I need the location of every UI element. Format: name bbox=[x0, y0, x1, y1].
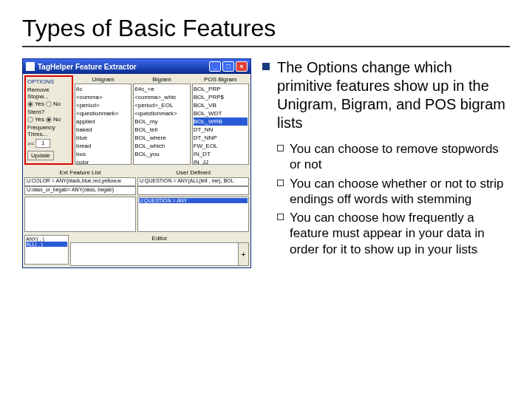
app-window: TagHelper Feature Extractor _ □ × OPTION… bbox=[22, 58, 251, 268]
any-all-box[interactable]: ANY( , ) ALL( , ) bbox=[24, 235, 69, 265]
list-item[interactable]: baked bbox=[76, 126, 130, 134]
freq-op: >= bbox=[27, 140, 34, 147]
editor-label: Editor bbox=[70, 235, 249, 242]
list-item[interactable]: <period>_EOL bbox=[134, 101, 188, 109]
ext-feature-label: Ext Feature List bbox=[24, 169, 136, 176]
all-item[interactable]: ALL( , ) bbox=[26, 242, 67, 247]
plus-button[interactable]: + bbox=[238, 243, 248, 265]
yes-label: Yes bbox=[35, 100, 44, 107]
list-item[interactable]: BOL_WDT bbox=[194, 109, 248, 117]
list-item[interactable]: applied bbox=[76, 117, 130, 126]
update-button[interactable]: Update bbox=[27, 151, 54, 160]
list-item[interactable]: 6c bbox=[76, 85, 130, 93]
stem-no-radio[interactable] bbox=[46, 117, 52, 123]
any-item[interactable]: ANY( , ) bbox=[26, 236, 67, 242]
ext-left-box[interactable] bbox=[24, 197, 136, 232]
ext-right1: U:QUESTION = ANY(ALL(tell , me), BOL bbox=[137, 177, 249, 186]
unigram-list[interactable]: 6c<comma><period><questionmark>appliedba… bbox=[75, 83, 132, 165]
list-item[interactable]: bus bbox=[76, 150, 130, 158]
list-item[interactable]: BOL_PRP bbox=[194, 85, 248, 93]
user-defined-label: User Defined bbox=[137, 169, 249, 176]
list-item[interactable]: DT_NN bbox=[194, 126, 248, 134]
list-item[interactable]: BOL_my bbox=[134, 117, 188, 126]
freq-input[interactable]: 1 bbox=[35, 139, 50, 148]
sub-bullet-icon bbox=[277, 145, 284, 151]
list-item[interactable]: FW_EOL bbox=[194, 142, 248, 150]
main-bullet-text: The Options change which primitive featu… bbox=[277, 58, 510, 132]
list-item[interactable]: BOL_VB bbox=[194, 101, 248, 109]
sub-bullet-text: You can choose whether or not to strip e… bbox=[290, 176, 510, 208]
ext-right-box[interactable]: U:QUESTION = ANY bbox=[137, 197, 249, 232]
list-item[interactable]: BOL_tell bbox=[134, 126, 188, 134]
sub-bullet-text: You can choose to remove stopwords or no… bbox=[290, 141, 510, 173]
stopwords-no-radio[interactable] bbox=[46, 101, 52, 107]
editor-box[interactable]: + bbox=[70, 242, 249, 266]
list-item[interactable]: DT_NNP bbox=[194, 134, 248, 142]
ext-line1: U:COLOR = ANY(black,blue,red,yellow,w bbox=[24, 177, 136, 186]
list-item[interactable]: color bbox=[76, 158, 130, 165]
yes-label: Yes bbox=[35, 116, 44, 123]
list-item[interactable]: 64c_<e bbox=[134, 85, 188, 93]
list-item[interactable]: BOL_WRB bbox=[194, 117, 248, 126]
sub-bullet-text: You can choose how frequently a feature … bbox=[290, 210, 510, 257]
app-icon bbox=[26, 62, 35, 71]
no-label: No bbox=[53, 116, 61, 123]
maximize-button[interactable]: □ bbox=[222, 61, 234, 72]
bigram-header: Bigram bbox=[133, 75, 190, 83]
no-label: No bbox=[53, 100, 61, 107]
list-item[interactable]: <questionmark> bbox=[76, 109, 130, 117]
posbigram-header: POS Bigram bbox=[192, 75, 249, 83]
slide-title: Types of Basic Features bbox=[22, 15, 510, 47]
freq-label: Frequency Thres... bbox=[27, 124, 70, 137]
list-item[interactable]: BOL_you bbox=[134, 150, 188, 158]
window-title: TagHelper Feature Extractor bbox=[38, 63, 208, 71]
options-panel: OPTIONS Remove Stopw... Yes No Stem? Yes… bbox=[24, 75, 73, 165]
minimize-button[interactable]: _ bbox=[209, 61, 221, 72]
list-item[interactable]: IN_JJ bbox=[194, 158, 248, 165]
stopwords-yes-radio[interactable] bbox=[27, 101, 33, 107]
list-item[interactable]: IN_DT bbox=[194, 150, 248, 158]
titlebar: TagHelper Feature Extractor _ □ × bbox=[23, 59, 250, 74]
list-item[interactable]: <period> bbox=[76, 101, 130, 109]
list-item[interactable]: BOL_where bbox=[134, 134, 188, 142]
list-item[interactable]: blue bbox=[76, 134, 130, 142]
sub-bullet-icon bbox=[277, 180, 284, 186]
list-item[interactable]: <comma> bbox=[76, 93, 130, 101]
bullet-icon bbox=[262, 63, 270, 70]
stem-label: Stem? bbox=[27, 109, 70, 115]
posbigram-list[interactable]: BOL_PRPBOL_PRP$BOL_VBBOL_WDTBOL_WRBDT_NN… bbox=[192, 83, 249, 165]
options-label: OPTIONS bbox=[27, 78, 70, 85]
remove-stopwords-label: Remove Stopw... bbox=[27, 86, 70, 100]
list-item[interactable]: bread bbox=[76, 142, 130, 150]
stem-yes-radio[interactable] bbox=[27, 117, 33, 123]
unigram-header: Unigram bbox=[75, 75, 132, 83]
ext-line2: U:dass_or_begab= ANY(dass, begab) bbox=[24, 186, 136, 195]
close-button[interactable]: × bbox=[236, 61, 248, 72]
bigram-list[interactable]: 64c_<e<comma>_whic<period>_EOL<questionm… bbox=[133, 83, 190, 165]
list-item[interactable]: BOL_PRP$ bbox=[194, 93, 248, 101]
ext-right-item[interactable]: U:QUESTION = ANY bbox=[139, 198, 248, 203]
list-item[interactable]: BOL_which bbox=[134, 142, 188, 150]
ext-right-blank bbox=[137, 186, 249, 195]
list-item[interactable]: <questionmark> bbox=[134, 109, 188, 117]
list-item[interactable]: <comma>_whic bbox=[134, 93, 188, 101]
sub-bullet-icon bbox=[277, 214, 284, 220]
